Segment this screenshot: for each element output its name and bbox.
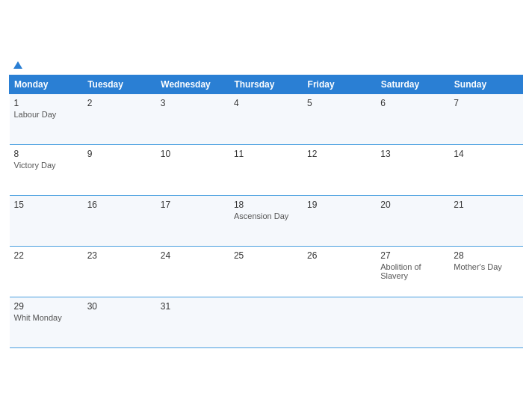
header-sunday: Sunday xyxy=(449,75,522,94)
calendar-cell: 1Labour Day xyxy=(10,94,83,145)
day-number: 16 xyxy=(87,200,152,210)
day-event: Whit Monday xyxy=(14,313,78,322)
header-tuesday: Tuesday xyxy=(83,75,156,94)
calendar-header xyxy=(9,61,523,69)
day-number: 13 xyxy=(380,149,445,159)
calendar-cell: 27Abolition of Slavery xyxy=(376,247,449,297)
day-event: Victory Day xyxy=(14,161,78,170)
week-row-4: 222324252627Abolition of Slavery28Mother… xyxy=(10,247,523,297)
day-number: 9 xyxy=(87,149,152,159)
calendar-cell: 17 xyxy=(156,196,229,247)
day-number: 26 xyxy=(307,250,371,261)
day-number: 27 xyxy=(380,250,445,261)
calendar-cell: 29Whit Monday xyxy=(10,297,83,348)
week-row-2: 8Victory Day91011121314 xyxy=(10,145,523,196)
day-number: 18 xyxy=(234,200,298,210)
calendar-cell: 21 xyxy=(449,196,522,247)
calendar-cell: 3 xyxy=(156,94,229,145)
header-thursday: Thursday xyxy=(229,75,303,94)
day-number: 7 xyxy=(454,98,518,108)
day-number: 28 xyxy=(454,250,518,261)
calendar-cell: 4 xyxy=(229,94,303,145)
week-row-5: 29Whit Monday3031 xyxy=(10,297,523,348)
calendar-cell: 7 xyxy=(449,94,522,145)
day-number: 6 xyxy=(380,98,445,108)
calendar-cell: 11 xyxy=(229,145,303,196)
calendar-cell: 22 xyxy=(10,247,83,297)
calendar-cell: 2 xyxy=(83,94,156,145)
day-number: 2 xyxy=(87,98,152,108)
calendar-cell: 18Ascension Day xyxy=(229,196,303,247)
calendar-cell: 24 xyxy=(156,247,229,297)
day-number: 22 xyxy=(14,250,78,261)
calendar-cell: 23 xyxy=(83,247,156,297)
header-wednesday: Wednesday xyxy=(156,75,229,94)
header-friday: Friday xyxy=(303,75,376,94)
day-number: 30 xyxy=(87,301,152,312)
day-event: Labour Day xyxy=(14,110,78,119)
day-number: 24 xyxy=(161,250,225,261)
day-number: 15 xyxy=(14,200,78,210)
day-number: 8 xyxy=(14,149,78,159)
day-number: 17 xyxy=(161,200,225,210)
day-number: 10 xyxy=(161,149,225,159)
calendar-cell: 6 xyxy=(376,94,449,145)
weekday-header-row: Monday Tuesday Wednesday Thursday Friday… xyxy=(10,75,523,94)
day-event: Abolition of Slavery xyxy=(380,262,445,280)
calendar-cell xyxy=(229,297,303,348)
day-number: 14 xyxy=(454,149,518,159)
calendar-cell xyxy=(303,297,376,348)
day-number: 31 xyxy=(161,301,225,312)
calendar-container: Monday Tuesday Wednesday Thursday Friday… xyxy=(0,54,532,357)
calendar-cell: 19 xyxy=(303,196,376,247)
calendar-cell: 13 xyxy=(376,145,449,196)
day-number: 5 xyxy=(307,98,371,108)
calendar-cell: 14 xyxy=(449,145,522,196)
calendar-cell: 5 xyxy=(303,94,376,145)
calendar-cell: 9 xyxy=(83,145,156,196)
calendar-cell: 15 xyxy=(10,196,83,247)
day-number: 11 xyxy=(234,149,298,159)
logo xyxy=(10,61,22,69)
day-number: 3 xyxy=(161,98,225,108)
calendar-cell: 25 xyxy=(229,247,303,297)
week-row-1: 1Labour Day234567 xyxy=(10,94,523,145)
day-number: 19 xyxy=(307,200,371,210)
day-number: 1 xyxy=(14,98,78,108)
calendar-table: Monday Tuesday Wednesday Thursday Friday… xyxy=(9,75,523,348)
day-number: 29 xyxy=(14,301,78,312)
week-row-3: 15161718Ascension Day192021 xyxy=(10,196,523,247)
day-number: 21 xyxy=(454,200,518,210)
logo-triangle-icon xyxy=(13,61,22,69)
day-number: 12 xyxy=(307,149,371,159)
day-number: 20 xyxy=(380,200,445,210)
day-event: Ascension Day xyxy=(234,211,298,220)
calendar-cell: 20 xyxy=(376,196,449,247)
calendar-cell: 30 xyxy=(83,297,156,348)
day-event: Mother's Day xyxy=(454,262,518,271)
header-monday: Monday xyxy=(10,75,83,94)
calendar-cell: 12 xyxy=(303,145,376,196)
calendar-cell xyxy=(376,297,449,348)
day-number: 4 xyxy=(234,98,298,108)
calendar-cell xyxy=(449,297,522,348)
day-number: 23 xyxy=(87,250,152,261)
calendar-cell: 28Mother's Day xyxy=(449,247,522,297)
calendar-cell: 26 xyxy=(303,247,376,297)
calendar-cell: 10 xyxy=(156,145,229,196)
calendar-cell: 8Victory Day xyxy=(10,145,83,196)
calendar-cell: 16 xyxy=(83,196,156,247)
calendar-cell: 31 xyxy=(156,297,229,348)
day-number: 25 xyxy=(234,250,298,261)
header-saturday: Saturday xyxy=(376,75,449,94)
